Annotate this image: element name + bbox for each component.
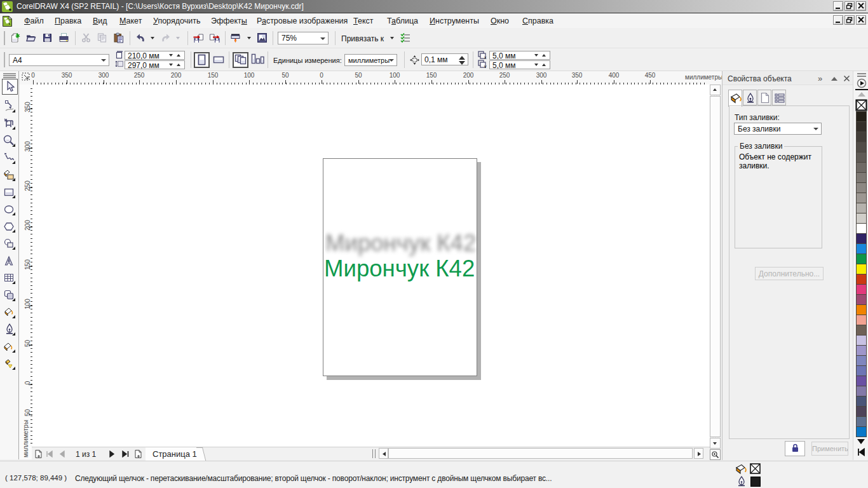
svg-text:x: x [484, 55, 487, 59]
svg-text:y: y [484, 64, 487, 68]
